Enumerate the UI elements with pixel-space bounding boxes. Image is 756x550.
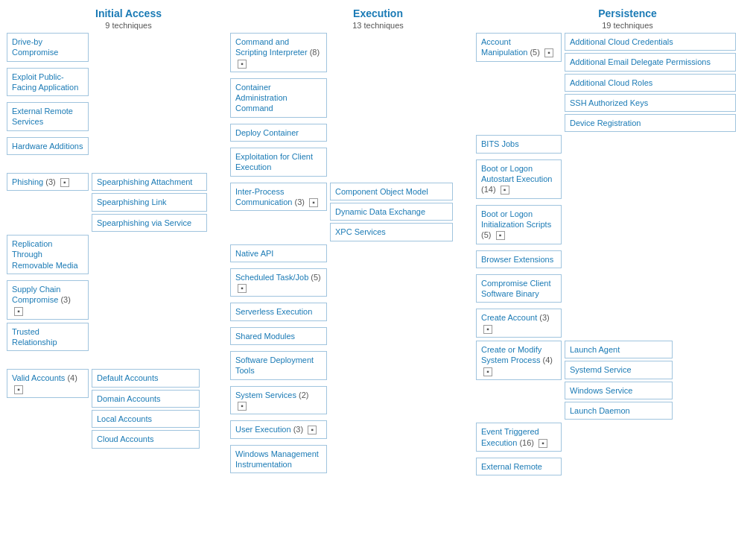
col-subtitle-persistence: 19 techniques <box>503 21 752 30</box>
col-header-initial-access: Initial Access 9 techniques <box>4 7 253 30</box>
col-title-initial-access: Initial Access <box>4 7 253 19</box>
technique-external-remote-pers[interactable]: External Remote <box>476 458 562 475</box>
sub-additional-email-delegate[interactable]: Additional Email Delegate Permissions <box>565 53 736 71</box>
technique-valid-accounts[interactable]: Valid Accounts (4) ▪ <box>7 369 89 398</box>
technique-compromise-client[interactable]: Compromise Client Software Binary <box>476 274 562 303</box>
col-persistence: Account Manipulation (5) ▪ Additional Cl… <box>473 33 752 478</box>
create-modify-sys-expand-icon[interactable]: ▪ <box>483 367 492 376</box>
sub-dde[interactable]: Dynamic Data Exchange <box>330 203 453 221</box>
technique-bits-jobs[interactable]: BITS Jobs <box>476 135 562 153</box>
sub-xpc[interactable]: XPC Services <box>330 223 453 241</box>
sub-cloud-accounts[interactable]: Cloud Accounts <box>92 430 200 448</box>
col-title-execution: Execution <box>253 7 503 19</box>
user-execution-expand-icon[interactable]: ▪ <box>308 426 317 434</box>
col-header-persistence: Persistence 19 techniques <box>503 7 752 30</box>
sub-spearphishing-service[interactable]: Spearphishing via Service <box>92 214 207 232</box>
supply-chain-expand-icon[interactable]: ▪ <box>14 307 23 316</box>
supply-chain-row: Supply Chain Compromise (3) ▪ <box>7 280 224 320</box>
account-manipulation-row: Account Manipulation (5) ▪ Additional Cl… <box>476 33 749 132</box>
technique-create-account[interactable]: Create Account (3) ▪ <box>476 309 562 338</box>
col-initial-access: Drive-by Compromise Exploit Public-Facin… <box>4 33 227 449</box>
sub-windows-service[interactable]: Windows Service <box>565 382 673 399</box>
sub-domain-accounts[interactable]: Domain Accounts <box>92 390 200 408</box>
technique-software-deploy[interactable]: Software Deployment Tools <box>230 351 327 380</box>
page-container: Initial Access 9 techniques Execution 13… <box>0 0 756 486</box>
col-execution: Command and Scripting Interpreter (8) ▪ … <box>227 33 473 476</box>
create-modify-subs: Launch Agent Systemd Service Windows Ser… <box>565 341 673 420</box>
technique-account-manipulation[interactable]: Account Manipulation (5) ▪ <box>476 33 562 62</box>
sub-local-accounts[interactable]: Local Accounts <box>92 410 200 428</box>
technique-scheduled-task[interactable]: Scheduled Task/Job (5) ▪ <box>230 268 327 297</box>
technique-deploy-container[interactable]: Deploy Container <box>230 124 327 142</box>
technique-ipc[interactable]: Inter-Process Communication (3) ▪ <box>230 183 327 212</box>
sub-default-accounts[interactable]: Default Accounts <box>92 369 200 387</box>
technique-browser-extensions[interactable]: Browser Extensions <box>476 250 562 268</box>
sub-systemd-service[interactable]: Systemd Service <box>565 361 673 379</box>
create-account-expand-icon[interactable]: ▪ <box>483 325 492 334</box>
sub-launch-daemon[interactable]: Launch Daemon <box>565 402 673 420</box>
sub-com[interactable]: Component Object Model <box>330 183 453 200</box>
technique-shared-modules[interactable]: Shared Modules <box>230 327 327 345</box>
technique-hardware[interactable]: Hardware Additions <box>7 137 89 155</box>
sub-device-registration[interactable]: Device Registration <box>565 114 736 132</box>
valid-accounts-subs: Default Accounts Domain Accounts Local A… <box>92 369 200 448</box>
scheduled-task-expand-icon[interactable]: ▪ <box>238 284 247 293</box>
account-manipulation-expand-icon[interactable]: ▪ <box>544 48 553 57</box>
cmd-script-expand-icon[interactable]: ▪ <box>238 60 247 69</box>
sub-spearphishing-attachment[interactable]: Spearphishing Attachment <box>92 173 207 191</box>
sub-additional-cloud-creds[interactable]: Additional Cloud Credentials <box>565 33 736 51</box>
col-header-execution: Execution 13 techniques <box>253 7 503 30</box>
technique-phishing[interactable]: Phishing (3) ▪ <box>7 173 89 191</box>
account-manipulation-subs: Additional Cloud Credentials Additional … <box>565 33 736 132</box>
sub-launch-agent[interactable]: Launch Agent <box>565 341 673 358</box>
technique-exploit-public[interactable]: Exploit Public-Facing Application <box>7 68 89 97</box>
columns-header: Initial Access 9 techniques Execution 13… <box>4 7 752 30</box>
system-services-expand-icon[interactable]: ▪ <box>238 402 247 411</box>
phishing-row: Phishing (3) ▪ Spearphishing Attachment … <box>7 173 224 232</box>
create-account-row: Create Account (3) ▪ <box>476 309 749 338</box>
ipc-row: Inter-Process Communication (3) ▪ Compon… <box>230 183 470 241</box>
ipc-expand-icon[interactable]: ▪ <box>309 198 318 207</box>
technique-create-modify-sys[interactable]: Create or Modify System Process (4) ▪ <box>476 341 562 380</box>
main-content: Drive-by Compromise Exploit Public-Facin… <box>4 33 752 478</box>
sub-additional-cloud-roles[interactable]: Additional Cloud Roles <box>565 74 736 92</box>
phishing-subs: Spearphishing Attachment Spearphishing L… <box>92 173 207 232</box>
boot-autostart-expand-icon[interactable]: ▪ <box>501 186 509 195</box>
ipc-subs: Component Object Model Dynamic Data Exch… <box>330 183 453 241</box>
phishing-expand-icon[interactable]: ▪ <box>60 178 69 187</box>
technique-boot-autostart[interactable]: Boot or Logon Autostart Execution (14) ▪ <box>476 159 562 199</box>
technique-supply-chain[interactable]: Supply Chain Compromise (3) ▪ <box>7 280 89 320</box>
boot-init-expand-icon[interactable]: ▪ <box>496 231 505 240</box>
col-title-persistence: Persistence <box>503 7 752 19</box>
valid-accounts-expand-icon[interactable]: ▪ <box>14 385 23 394</box>
technique-serverless[interactable]: Serverless Execution <box>230 303 327 320</box>
valid-accounts-row: Valid Accounts (4) ▪ Default Accounts Do… <box>7 369 224 448</box>
technique-drive-by[interactable]: Drive-by Compromise <box>7 33 89 62</box>
create-modify-sys-row: Create or Modify System Process (4) ▪ La… <box>476 341 749 420</box>
event-triggered-expand-icon[interactable]: ▪ <box>539 439 547 448</box>
technique-trusted-relationship[interactable]: Trusted Relationship <box>7 323 89 352</box>
technique-container-admin[interactable]: Container Administration Command <box>230 78 327 118</box>
col-subtitle-execution: 13 techniques <box>253 21 503 30</box>
col-subtitle-initial-access: 9 techniques <box>4 21 253 30</box>
technique-exploitation-client[interactable]: Exploitation for Client Execution <box>230 148 327 177</box>
technique-replication[interactable]: Replication Through Removable Media <box>7 235 89 274</box>
technique-native-api[interactable]: Native API <box>230 244 327 262</box>
technique-wmi[interactable]: Windows Management Instrumentation <box>230 445 327 474</box>
technique-event-triggered[interactable]: Event Triggered Execution (16) ▪ <box>476 423 562 452</box>
technique-external-remote[interactable]: External Remote Services <box>7 102 89 131</box>
sub-spearphishing-link[interactable]: Spearphishing Link <box>92 193 207 211</box>
sub-ssh-authorized-keys[interactable]: SSH Authorized Keys <box>565 94 736 112</box>
technique-cmd-script[interactable]: Command and Scripting Interpreter (8) ▪ <box>230 33 327 72</box>
technique-user-execution[interactable]: User Execution (3) ▪ <box>230 420 327 438</box>
technique-boot-init-scripts[interactable]: Boot or Logon Initialization Scripts (5)… <box>476 205 562 244</box>
technique-system-services[interactable]: System Services (2) ▪ <box>230 386 327 415</box>
